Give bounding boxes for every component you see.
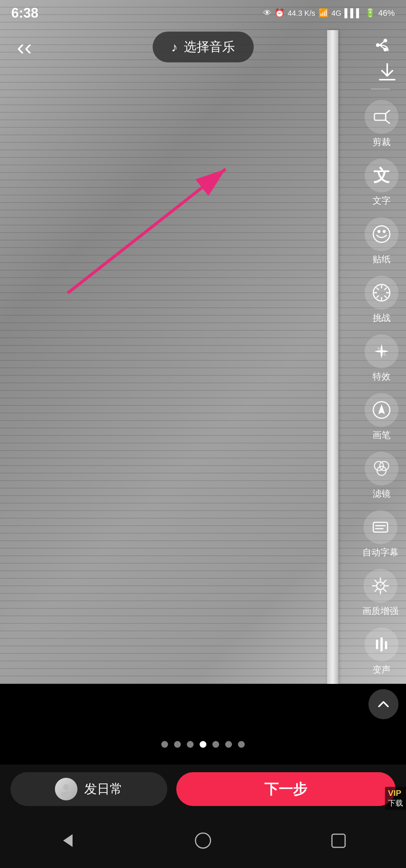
home-circle-icon — [193, 830, 214, 851]
svg-point-4 — [376, 43, 380, 47]
page-dot-2 — [174, 741, 181, 748]
right-toolbar: 剪裁 文 文字 贴纸 — [362, 60, 398, 719]
svg-point-23 — [380, 349, 383, 353]
brush-label: 画笔 — [373, 429, 391, 441]
svg-marker-47 — [63, 834, 73, 847]
svg-line-37 — [375, 580, 377, 582]
text-tool-button[interactable]: 文 文字 — [365, 159, 398, 207]
svg-point-13 — [383, 230, 386, 233]
challenge-label: 挑战 — [373, 312, 391, 324]
svg-line-19 — [377, 288, 379, 290]
signal-speed: 44.3 K/s — [288, 9, 315, 18]
svg-rect-29 — [373, 522, 388, 532]
clip-tool-button[interactable]: 剪裁 — [365, 100, 398, 148]
brush-icon — [371, 400, 392, 420]
svg-point-46 — [61, 792, 71, 797]
system-nav-bar — [0, 814, 406, 868]
enhance-label: 画质增强 — [362, 605, 398, 617]
sticker-icon — [371, 224, 392, 244]
back-nav-button[interactable] — [53, 826, 83, 856]
download-icon — [376, 60, 398, 83]
page-dot-7 — [238, 741, 245, 748]
svg-line-21 — [385, 288, 386, 290]
svg-point-2 — [383, 39, 387, 42]
subtitle-label: 自动字幕 — [362, 546, 398, 558]
filter-label: 滤镜 — [373, 488, 391, 500]
vip-watermark: VIP 下载 — [385, 787, 406, 810]
music-select-button[interactable]: ♪ 选择音乐 — [153, 32, 254, 62]
svg-line-40 — [375, 589, 377, 591]
share-icon — [372, 38, 391, 56]
svg-rect-43 — [380, 637, 383, 652]
back-button[interactable]: ‹ — [11, 34, 38, 60]
effects-label: 特效 — [373, 370, 391, 383]
video-preview — [0, 0, 406, 684]
eye-icon: 👁 — [263, 8, 271, 18]
toolbar-divider — [371, 89, 390, 89]
svg-rect-42 — [376, 640, 378, 649]
daily-post-button[interactable]: 发日常 — [11, 772, 167, 806]
svg-point-11 — [373, 226, 390, 242]
text-label: 文字 — [373, 195, 391, 207]
clip-label: 剪裁 — [373, 136, 391, 148]
bottom-action-bar: 发日常 下一步 — [0, 765, 406, 814]
filter-icon — [371, 458, 392, 479]
brush-tool-button[interactable]: 画笔 — [365, 393, 398, 441]
watermark-line1: VIP — [388, 788, 403, 798]
svg-marker-25 — [378, 404, 385, 414]
svg-point-12 — [377, 230, 380, 233]
svg-line-9 — [386, 120, 389, 123]
sticker-label: 贴纸 — [373, 253, 391, 265]
filter-tool-button[interactable]: 滤镜 — [365, 452, 398, 500]
back-triangle-icon — [58, 830, 78, 851]
challenge-icon — [371, 283, 392, 303]
watermark-line2: 下载 — [388, 798, 403, 808]
page-dot-3 — [187, 741, 194, 748]
sticker-tool-button[interactable]: 贴纸 — [365, 217, 398, 265]
share-button[interactable] — [368, 34, 395, 60]
status-time: 6:38 — [11, 5, 38, 21]
signal-bars-icon: ▌▌▌ — [344, 8, 362, 18]
svg-point-45 — [63, 784, 69, 790]
clip-icon — [371, 107, 392, 127]
page-dot-1 — [161, 741, 168, 748]
download-button[interactable] — [376, 60, 398, 83]
svg-rect-44 — [385, 641, 387, 649]
music-note-icon: ♪ — [171, 40, 178, 54]
voice-tool-button[interactable]: 变声 — [365, 628, 398, 676]
recents-square-icon — [328, 830, 349, 851]
voice-label: 变声 — [373, 664, 391, 676]
home-nav-button[interactable] — [188, 826, 218, 856]
text-icon: 文 — [373, 165, 390, 187]
scroll-up-button[interactable] — [368, 689, 398, 719]
svg-line-38 — [384, 589, 386, 591]
user-avatar — [55, 778, 77, 800]
wifi-icon: 📶 — [318, 8, 329, 18]
challenge-tool-button[interactable]: 挑战 — [365, 276, 398, 324]
enhance-tool-button[interactable]: 画质增强 — [362, 569, 398, 617]
svg-line-22 — [377, 296, 379, 298]
effects-tool-button[interactable]: 特效 — [365, 334, 398, 383]
svg-rect-49 — [332, 834, 345, 847]
next-step-label: 下一步 — [264, 780, 307, 799]
daily-post-label: 发日常 — [84, 780, 123, 798]
voice-icon — [371, 634, 392, 655]
status-bar: 6:38 👁 ⏰ 44.3 K/s 📶 4G ▌▌▌ 🔋 46% — [0, 0, 406, 26]
subtitle-tool-button[interactable]: 自动字幕 — [362, 510, 398, 558]
next-step-button[interactable]: 下一步 — [176, 772, 395, 806]
svg-rect-7 — [374, 113, 386, 120]
page-dot-4 — [200, 741, 206, 748]
subtitle-icon — [370, 517, 391, 537]
enhance-icon — [370, 576, 391, 596]
svg-point-48 — [195, 833, 211, 848]
battery-percent: 46% — [378, 8, 395, 18]
svg-line-20 — [385, 296, 386, 298]
page-dot-5 — [212, 741, 219, 748]
page-indicator — [0, 741, 406, 748]
page-dot-6 — [225, 741, 232, 748]
top-nav: ‹ ♪ 选择音乐 — [0, 26, 406, 68]
mobile-data-icon: 4G — [332, 9, 342, 18]
battery-icon: 🔋 — [365, 8, 375, 18]
recents-nav-button[interactable] — [323, 826, 353, 856]
chevron-up-icon — [376, 697, 391, 712]
